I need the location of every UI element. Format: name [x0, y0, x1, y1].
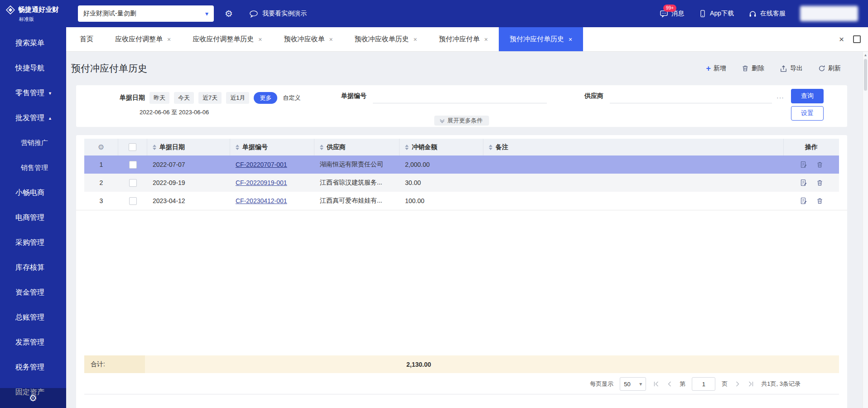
- tab-ar-ap-adjust[interactable]: 应收应付调整单×: [104, 27, 182, 51]
- sort-icon[interactable]: [153, 145, 156, 150]
- tab-ar-ap-adjust-history[interactable]: 应收应付调整单历史×: [182, 27, 273, 51]
- refresh-button[interactable]: 刷新: [818, 64, 841, 73]
- column-header-supplier[interactable]: 供应商: [314, 139, 400, 155]
- sidebar-settings-gear-icon[interactable]: ⚙: [0, 388, 66, 408]
- sidebar-item-sales-mgmt[interactable]: 销售管理: [0, 155, 66, 180]
- row-detail-icon[interactable]: [800, 197, 807, 204]
- column-header-amount[interactable]: 冲销金额: [400, 139, 483, 155]
- table-row[interactable]: 2 2022-09-19 CF-20220919-001 江西省琼汉建筑服务..…: [84, 174, 839, 192]
- chevron-down-icon: ▾: [639, 381, 642, 387]
- quick-date-more[interactable]: 更多: [254, 92, 277, 104]
- row-checkbox[interactable]: [129, 197, 137, 205]
- delete-button[interactable]: 删除: [742, 64, 764, 73]
- scrollbar-thumb[interactable]: [864, 59, 867, 91]
- doc-no-input[interactable]: [373, 92, 547, 103]
- supplier-input[interactable]: [610, 92, 772, 103]
- cell-date: 2022-07-07: [147, 161, 230, 168]
- sidebar-item-tax-mgmt[interactable]: 税务管理: [0, 355, 66, 380]
- sort-icon[interactable]: [405, 145, 409, 150]
- page-size-select[interactable]: 50 ▾: [620, 377, 646, 391]
- tab-advance-receipt-offset-history[interactable]: 预收冲应收单历史×: [344, 27, 428, 51]
- tab-advance-payment-offset-history[interactable]: 预付冲应付单历史×: [499, 27, 583, 51]
- tab-close-icon[interactable]: ×: [414, 36, 417, 43]
- sort-icon[interactable]: [320, 145, 323, 150]
- tab-close-icon[interactable]: ×: [329, 36, 333, 43]
- online-service-button[interactable]: 在线客服: [748, 10, 786, 18]
- tab-close-icon[interactable]: ×: [569, 36, 572, 43]
- quick-date-last-month[interactable]: 近1月: [226, 92, 249, 104]
- org-selector[interactable]: 好业财测试-量勿删 ▾: [78, 5, 214, 22]
- close-all-tabs-icon[interactable]: ×: [839, 35, 844, 44]
- org-settings-gear-icon[interactable]: ⚙: [225, 8, 233, 19]
- select-all-checkbox[interactable]: [129, 143, 136, 151]
- messages-button[interactable]: 99+ 消息: [660, 10, 684, 18]
- doc-no-link[interactable]: CF-20230412-001: [236, 197, 287, 204]
- settings-button[interactable]: 设置: [791, 106, 824, 121]
- add-button[interactable]: + 新增: [706, 64, 726, 73]
- demo-link[interactable]: 我要看实例演示: [249, 10, 307, 18]
- sort-icon[interactable]: [236, 145, 239, 150]
- scroll-up-arrow-icon[interactable]: ▲: [863, 52, 868, 58]
- sidebar-item-general-ledger[interactable]: 总账管理: [0, 305, 66, 330]
- column-header-date[interactable]: 单据日期: [147, 139, 230, 155]
- row-checkbox[interactable]: [129, 179, 137, 187]
- tab-close-icon[interactable]: ×: [484, 36, 488, 43]
- quick-date-custom[interactable]: 自定义: [282, 92, 301, 104]
- tab-advance-payment-offset[interactable]: 预付冲应付单×: [428, 27, 499, 51]
- sidebar-item-marketing-promo[interactable]: 营销推广: [0, 131, 66, 155]
- page-prefix: 第: [680, 380, 685, 388]
- row-index: 3: [84, 197, 118, 204]
- sidebar-item-xiaochang-ecommerce[interactable]: 小畅电商: [0, 180, 66, 205]
- sidebar-item-invoice-mgmt[interactable]: 发票管理: [0, 330, 66, 355]
- last-page-button[interactable]: [747, 380, 755, 388]
- page-size-label: 每页显示: [590, 380, 613, 388]
- search-button[interactable]: 查询: [791, 89, 824, 103]
- doc-no-filter-label: 单据编号: [341, 92, 366, 100]
- tab-home[interactable]: 首页: [69, 27, 104, 51]
- export-button[interactable]: 导出: [780, 64, 803, 73]
- phone-icon: [699, 10, 707, 18]
- quick-date-today[interactable]: 今天: [174, 92, 194, 104]
- prev-page-button[interactable]: [666, 380, 673, 388]
- supplier-picker-ellipsis-icon[interactable]: ···: [776, 92, 784, 101]
- row-detail-icon[interactable]: [800, 179, 807, 186]
- sidebar-item-purchase-mgmt[interactable]: 采购管理: [0, 230, 66, 255]
- date-range-value: 2022-06-06 至 2023-06-06: [140, 108, 209, 117]
- app-download-button[interactable]: App下载: [699, 10, 734, 18]
- sidebar-item-inventory-accounting[interactable]: 库存核算: [0, 255, 66, 280]
- sidebar-item-funds-mgmt[interactable]: 资金管理: [0, 280, 66, 305]
- row-delete-icon[interactable]: [816, 161, 823, 168]
- column-header-doc-no[interactable]: 单据编号: [230, 139, 314, 155]
- expand-more-conditions-button[interactable]: 展开更多条件: [434, 116, 489, 126]
- quick-date-yesterday[interactable]: 昨天: [149, 92, 169, 104]
- sidebar-item-wholesale-mgmt[interactable]: 批发管理▲: [0, 106, 66, 131]
- messages-badge: 99+: [663, 5, 676, 12]
- next-page-button[interactable]: [734, 380, 741, 388]
- table-row[interactable]: 3 2023-04-12 CF-20230412-001 江西真可爱布娃娃有..…: [84, 192, 839, 210]
- table-row[interactable]: 1 2022-07-07 CF-20220707-001 湖南恒远有限责任公司 …: [84, 155, 839, 174]
- sidebar-item-quick-nav[interactable]: 快捷导航: [0, 56, 66, 81]
- first-page-button[interactable]: [652, 380, 660, 388]
- sidebar-item-ecommerce-mgmt[interactable]: 电商管理: [0, 205, 66, 230]
- row-delete-icon[interactable]: [816, 179, 823, 186]
- doc-no-link[interactable]: CF-20220707-001: [236, 161, 287, 168]
- vertical-scrollbar[interactable]: ▲: [863, 52, 868, 408]
- sidebar-item-search-menu[interactable]: 搜索菜单: [0, 31, 66, 56]
- headset-icon: [748, 10, 757, 18]
- sort-icon[interactable]: [489, 145, 492, 150]
- doc-no-link[interactable]: CF-20220919-001: [236, 179, 287, 186]
- total-amount: 2,130.00: [406, 361, 431, 368]
- page-number-input[interactable]: [692, 377, 715, 391]
- tab-close-icon[interactable]: ×: [167, 36, 171, 43]
- sidebar-item-retail-mgmt[interactable]: 零售管理▼: [0, 81, 66, 106]
- tab-close-icon[interactable]: ×: [258, 36, 262, 43]
- column-settings-gear-icon[interactable]: ⚙: [84, 139, 118, 155]
- column-header-note[interactable]: 备注: [483, 139, 784, 155]
- fullscreen-icon[interactable]: [853, 35, 861, 43]
- row-detail-icon[interactable]: [800, 161, 807, 168]
- user-account-area[interactable]: [800, 6, 858, 21]
- row-delete-icon[interactable]: [816, 197, 823, 204]
- row-checkbox[interactable]: [129, 161, 137, 169]
- quick-date-last7days[interactable]: 近7天: [198, 92, 222, 104]
- tab-advance-receipt-offset[interactable]: 预收冲应收单×: [273, 27, 343, 51]
